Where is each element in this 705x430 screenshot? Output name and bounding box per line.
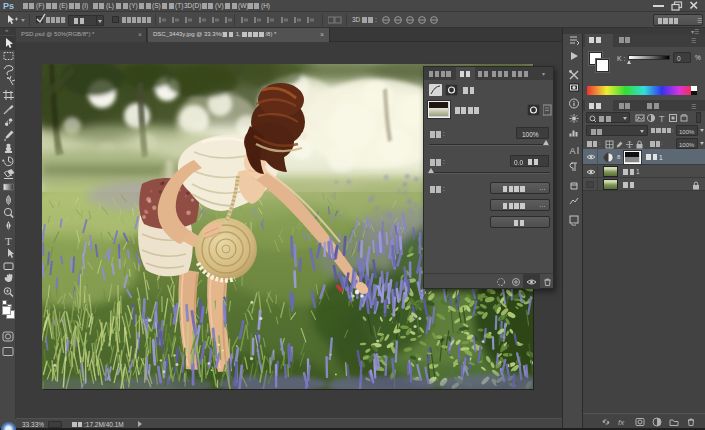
svg-text:fx: fx [618, 418, 625, 427]
svg-text:T: T [659, 114, 665, 124]
svg-text:T: T [5, 234, 12, 246]
svg-text:A: A [569, 146, 575, 156]
